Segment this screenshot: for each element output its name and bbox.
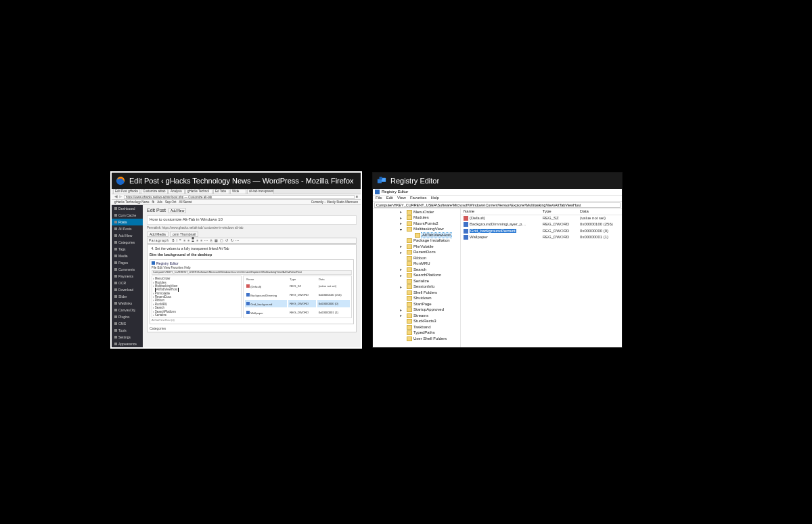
registry-tree-node[interactable]: Taskband — [373, 324, 460, 330]
bookmark-item[interactable]: All Secret — [179, 200, 192, 204]
post-editor[interactable]: Set the values to a fully transparent li… — [147, 244, 357, 332]
add-new-button[interactable]: Add New — [168, 208, 186, 213]
menu-help[interactable]: Help — [431, 196, 439, 200]
registry-tree-node[interactable]: Package Installation — [373, 238, 460, 244]
registry-tree-node[interactable]: Modules — [373, 215, 460, 221]
registry-path-input[interactable] — [374, 202, 621, 208]
chevron-right-icon[interactable] — [400, 267, 404, 271]
chevron-right-icon[interactable] — [400, 221, 404, 225]
paragraph-dropdown[interactable]: Paragraph — [149, 239, 169, 242]
registry-tree-node[interactable]: Streams — [373, 313, 460, 319]
menu-icon[interactable]: ≡ — [356, 194, 358, 199]
thumbnail-button[interactable]: omn Thumbnail — [170, 232, 198, 237]
alt-tab-window-firefox[interactable]: Edit Post ‹ gHacks Technology News — Wor… — [112, 173, 361, 347]
bookmark-item[interactable]: gHacks Technology News — [114, 200, 149, 204]
registry-tree-node[interactable]: Shell Folders — [373, 290, 460, 296]
registry-tree-node[interactable]: MultitaskingView — [373, 227, 460, 233]
sidebar-item[interactable]: Slider — [112, 293, 143, 300]
address-bar[interactable]: https://www.ghacks.net/wp-admin/post.php… — [124, 195, 355, 199]
registry-tree-node[interactable]: AltTabViewHost — [373, 232, 460, 238]
registry-tree-node[interactable]: PlmVolatile — [373, 244, 460, 250]
browser-tab[interactable]: Wide — [230, 189, 246, 194]
registry-tree-node[interactable]: Serialize — [373, 278, 460, 284]
browser-tab[interactable]: gHacks Technol — [185, 189, 212, 194]
registry-tree-node[interactable]: RunMRU — [373, 261, 460, 267]
sidebar-item[interactable]: Settings — [112, 334, 143, 341]
add-media-button[interactable]: Add Media — [147, 232, 168, 237]
sidebar-item[interactable]: Posts — [112, 219, 143, 225]
bookmark-item[interactable]: Sep-Oct — [165, 200, 177, 204]
sidebar-item[interactable]: CMS — [112, 320, 143, 327]
registry-tree-node[interactable]: User Shell Folders — [373, 336, 460, 342]
chevron-right-icon[interactable] — [400, 216, 404, 220]
browser-tab[interactable]: Edit Post gHacks — [113, 189, 140, 194]
registry-tree-node[interactable]: StuckRects3 — [373, 319, 460, 325]
col-name[interactable]: Name — [461, 209, 540, 215]
sidebar-item[interactable]: Plugins — [112, 313, 143, 320]
registry-tree[interactable]: MenuOrderModulesMountPoints2Multitasking… — [373, 209, 461, 347]
bookmark-item[interactable]: fb — [152, 200, 154, 204]
sidebar-item[interactable]: CanvasObj — [112, 307, 143, 313]
chevron-right-icon[interactable] — [400, 285, 404, 289]
registry-values-list[interactable]: Name Type Data (Default)REG_SZ(value not… — [461, 209, 622, 347]
sidebar-item[interactable]: Dashboard — [112, 205, 143, 212]
sidebar-item[interactable]: Categories — [112, 239, 143, 246]
registry-tree-node[interactable]: StartupApproved — [373, 307, 460, 313]
registry-tree-node[interactable]: TypedPaths — [373, 330, 460, 336]
browser-tab[interactable]: alt-tab transparent — [247, 189, 274, 194]
chevron-right-icon[interactable] — [400, 244, 404, 248]
chevron-right-icon[interactable] — [400, 313, 404, 318]
registry-value-row[interactable]: WallpaperREG_DWORD0x00000001 (1) — [461, 234, 622, 240]
browser-tab[interactable]: Analysis — [168, 189, 185, 194]
col-data[interactable]: Data — [577, 209, 622, 215]
chevron-right-icon[interactable] — [400, 210, 404, 214]
registry-tree-node[interactable]: Ribbon — [373, 255, 460, 261]
sidebar-item[interactable]: Appearance — [112, 341, 143, 347]
alt-tab-window-regedit[interactable]: Registry Editor Registry Editor File Edi… — [373, 173, 622, 347]
browser-tab[interactable]: Ed Tabs — [213, 189, 229, 194]
chevron-right-icon[interactable] — [400, 274, 404, 278]
chevron-down-icon[interactable] — [400, 227, 404, 232]
menu-edit[interactable]: Edit — [386, 196, 393, 200]
registry-tree-node[interactable]: RecentDocs — [373, 250, 460, 256]
registry-tree-node[interactable]: MountPoints2 — [373, 221, 460, 227]
registry-tree-node[interactable]: Search — [373, 267, 460, 273]
forward-icon[interactable]: ▶ — [119, 194, 122, 199]
registry-tree-node[interactable]: MenuOrder — [373, 209, 460, 215]
editor-toolbar[interactable]: Paragraph B I ❝ ≡ ≡ ≣ ≡ ≡ ⋯ ⎘ ▦ ▢ ↺ ↻ ⋯ — [147, 238, 357, 244]
sidebar-item[interactable]: Comments — [112, 266, 143, 273]
sidebar-item[interactable]: All Posts — [112, 225, 143, 232]
sidebar-item[interactable]: Payments — [112, 273, 143, 280]
sidebar-item[interactable]: Weblinks — [112, 300, 143, 307]
value-data: 0x00000000 (0) — [577, 228, 622, 234]
format-buttons[interactable]: B I ❝ ≡ ≡ ≣ ≡ ≡ ⋯ ⎘ ▦ ▢ ↺ ↻ ⋯ — [173, 239, 240, 242]
menu-file[interactable]: File — [376, 196, 382, 200]
registry-tree-node[interactable]: StartPage — [373, 301, 460, 307]
menubar[interactable]: File Edit View Favorites Help — [373, 196, 622, 202]
sidebar-item[interactable]: Add New — [112, 232, 143, 239]
menu-view[interactable]: View — [397, 196, 406, 200]
sidebar-item[interactable]: Media — [112, 253, 143, 259]
alt-tab-switcher[interactable]: Edit Post ‹ gHacks Technology News — Wor… — [112, 173, 622, 347]
registry-tree-node[interactable]: Shutdown — [373, 296, 460, 302]
sidebar-item[interactable]: OCR — [112, 280, 143, 286]
sidebar-item[interactable]: Download — [112, 286, 143, 293]
browser-tab[interactable]: Customize alttab — [141, 189, 168, 194]
registry-value-row[interactable]: BackgroundDimmingLayer_p…REG_DWORD0x0000… — [461, 221, 622, 227]
sidebar-item[interactable]: Tools — [112, 327, 143, 334]
registry-tree-node[interactable]: SessionInfo — [373, 284, 460, 290]
sidebar-item[interactable]: Com Cache — [112, 212, 143, 219]
registry-tree-node[interactable]: SearchPlatform — [373, 273, 460, 279]
menu-favorites[interactable]: Favorites — [410, 196, 427, 200]
back-icon[interactable]: ◀ — [114, 194, 118, 199]
sidebar-item[interactable]: Tags — [112, 246, 143, 253]
chevron-right-icon[interactable] — [400, 250, 404, 255]
registry-value-row[interactable]: Grid_backgroundPercentREG_DWORD0x0000000… — [461, 228, 622, 234]
col-type[interactable]: Type — [540, 209, 577, 215]
registry-value-row[interactable]: (Default)REG_SZ(value not set) — [461, 215, 622, 222]
window-titlebar: Registry Editor — [373, 189, 622, 196]
chevron-right-icon[interactable] — [400, 308, 404, 312]
sidebar-item[interactable]: Pages — [112, 259, 143, 266]
bookmark-item[interactable]: Ads — [157, 200, 162, 204]
post-title-input[interactable]: How to customize Alt-Tab in Windows 10 — [147, 215, 357, 224]
